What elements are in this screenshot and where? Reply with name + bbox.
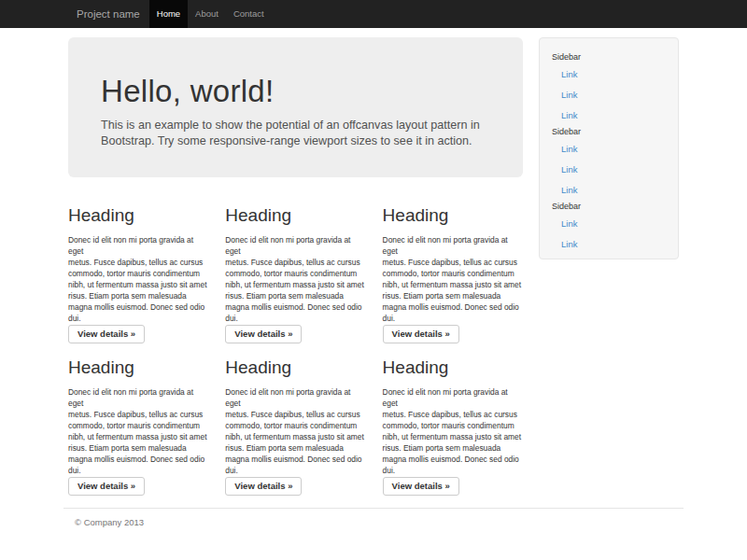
card-body-text: Donec id elit non mi porta gravida at eg… bbox=[68, 386, 207, 476]
sidebar-link[interactable]: Link bbox=[561, 84, 666, 105]
sidebar-link[interactable]: Link bbox=[561, 179, 666, 200]
nav-item-contact[interactable]: Contact bbox=[226, 0, 272, 28]
sidebar-link[interactable]: Link bbox=[561, 213, 666, 233]
sidebar-group-1: Sidebar Link Link Link bbox=[552, 52, 666, 125]
card-body-text: Donec id elit non mi porta gravida at eg… bbox=[225, 386, 364, 476]
card-3: Heading Donec id elit non mi porta gravi… bbox=[378, 191, 535, 343]
card-heading: Heading bbox=[225, 205, 364, 226]
view-details-button[interactable]: View details » bbox=[383, 477, 459, 496]
sidebar-link[interactable]: Link bbox=[561, 138, 666, 159]
content-row: Hello, world! This is an example to show… bbox=[63, 28, 684, 496]
page-container: Hello, world! This is an example to show… bbox=[63, 28, 684, 527]
card-6: Heading Donec id elit non mi porta gravi… bbox=[378, 343, 535, 496]
card-heading: Heading bbox=[383, 357, 522, 378]
card-5: Heading Donec id elit non mi porta gravi… bbox=[220, 343, 377, 496]
view-details-button[interactable]: View details » bbox=[68, 477, 145, 496]
copyright-text: © Company 2013 bbox=[75, 517, 684, 527]
card-body-text: Donec id elit non mi porta gravida at eg… bbox=[68, 234, 207, 324]
cards-grid: Heading Donec id elit non mi porta gravi… bbox=[63, 191, 535, 496]
sidebar-link[interactable]: Link bbox=[561, 233, 666, 254]
navbar-inner: Project name Home About Contact bbox=[63, 0, 684, 28]
card-heading: Heading bbox=[383, 205, 522, 226]
view-details-button[interactable]: View details » bbox=[383, 325, 459, 343]
card-2: Heading Donec id elit non mi porta gravi… bbox=[220, 191, 377, 343]
sidebar-group-title: Sidebar bbox=[552, 127, 666, 137]
sidebar-link[interactable]: Link bbox=[561, 63, 666, 84]
page-title: Hello, world! bbox=[101, 75, 490, 108]
card-body-text: Donec id elit non mi porta gravida at eg… bbox=[383, 386, 522, 476]
footer-divider bbox=[63, 508, 684, 509]
card-body-text: Donec id elit non mi porta gravida at eg… bbox=[383, 234, 522, 324]
sidebar-group-title: Sidebar bbox=[552, 52, 666, 63]
navbar-brand[interactable]: Project name bbox=[63, 0, 149, 28]
main-column: Hello, world! This is an example to show… bbox=[63, 37, 535, 496]
footer: © Company 2013 bbox=[63, 508, 684, 527]
sidebar-group-2: Sidebar Link Link Link bbox=[552, 127, 666, 200]
view-details-button[interactable]: View details » bbox=[225, 325, 302, 343]
card-heading: Heading bbox=[225, 357, 364, 378]
jumbotron-description: This is an example to show the potential… bbox=[101, 118, 490, 149]
view-details-button[interactable]: View details » bbox=[225, 477, 302, 496]
sidebar-link[interactable]: Link bbox=[561, 105, 666, 125]
card-4: Heading Donec id elit non mi porta gravi… bbox=[63, 343, 220, 496]
card-body-text: Donec id elit non mi porta gravida at eg… bbox=[225, 234, 364, 324]
sidebar-link[interactable]: Link bbox=[561, 159, 666, 179]
nav-item-home[interactable]: Home bbox=[149, 0, 188, 28]
nav-item-about[interactable]: About bbox=[188, 0, 226, 28]
sidebar-group-3: Sidebar Link Link bbox=[552, 202, 666, 254]
card-heading: Heading bbox=[68, 357, 207, 378]
card-heading: Heading bbox=[68, 205, 207, 226]
sidebar-well: Sidebar Link Link Link Sidebar Link Link… bbox=[539, 37, 679, 259]
jumbotron: Hello, world! This is an example to show… bbox=[68, 37, 523, 177]
view-details-button[interactable]: View details » bbox=[68, 325, 145, 343]
card-1: Heading Donec id elit non mi porta gravi… bbox=[63, 191, 220, 343]
sidebar-group-title: Sidebar bbox=[552, 202, 666, 212]
navbar: Project name Home About Contact bbox=[0, 0, 747, 28]
